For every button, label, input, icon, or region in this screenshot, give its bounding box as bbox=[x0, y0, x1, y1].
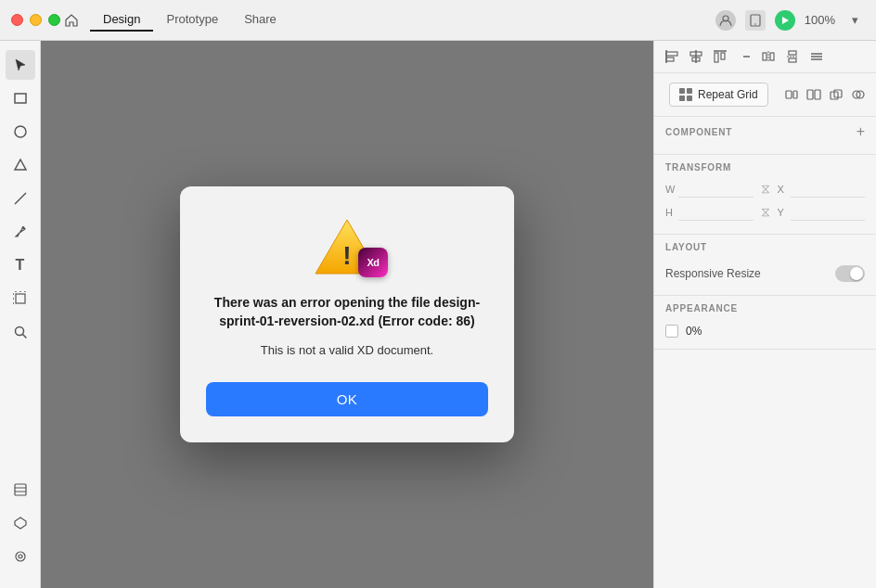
ungroup-icon[interactable] bbox=[804, 84, 824, 105]
svg-line-16 bbox=[22, 335, 26, 339]
svg-rect-45 bbox=[793, 91, 797, 98]
appearance-section: APPEARANCE 0% bbox=[654, 296, 876, 350]
repeat-grid-button[interactable]: Repeat Grid bbox=[669, 83, 768, 107]
traffic-lights bbox=[11, 14, 60, 26]
svg-point-7 bbox=[21, 226, 24, 229]
tab-design[interactable]: Design bbox=[90, 8, 153, 32]
modal-title: There was an error opening the file desi… bbox=[206, 294, 488, 330]
svg-rect-4 bbox=[15, 94, 26, 103]
triangle-tool[interactable] bbox=[6, 150, 35, 180]
distribute-h-icon[interactable] bbox=[758, 46, 779, 67]
modal-icon: ! Xd bbox=[314, 216, 380, 277]
width-field: W bbox=[665, 180, 754, 198]
svg-rect-44 bbox=[786, 91, 792, 98]
modal-overlay: ! Xd There was an error opening the file… bbox=[41, 41, 653, 588]
transform-header: TRANSFORM bbox=[665, 162, 865, 173]
minimize-button[interactable] bbox=[30, 14, 42, 26]
opacity-value: 0% bbox=[686, 325, 702, 338]
error-dialog: ! Xd There was an error opening the file… bbox=[180, 186, 514, 442]
ellipse-tool[interactable] bbox=[6, 117, 35, 147]
maximize-button[interactable] bbox=[48, 14, 60, 26]
opacity-checkbox[interactable] bbox=[665, 325, 678, 338]
svg-point-2 bbox=[754, 23, 756, 25]
assets-icon[interactable] bbox=[6, 508, 35, 538]
appearance-header: APPEARANCE bbox=[665, 303, 865, 313]
play-button[interactable] bbox=[775, 10, 795, 31]
align-left-icon[interactable] bbox=[662, 46, 682, 67]
svg-rect-26 bbox=[666, 58, 674, 61]
transform-section: TRANSFORM W ⧖ X H ⧖ bbox=[654, 155, 876, 235]
component-header: COMPONENT + bbox=[665, 124, 865, 139]
svg-rect-38 bbox=[789, 51, 796, 55]
y-field: Y bbox=[778, 203, 866, 221]
svg-rect-35 bbox=[763, 53, 766, 60]
svg-point-5 bbox=[15, 126, 26, 137]
responsive-resize-label: Responsive Resize bbox=[665, 267, 761, 280]
y-label: Y bbox=[778, 207, 787, 218]
group-icon[interactable] bbox=[781, 84, 802, 105]
layout-header: LAYOUT bbox=[665, 242, 865, 252]
svg-rect-39 bbox=[789, 58, 796, 62]
component-section: COMPONENT + bbox=[654, 117, 876, 155]
align-icons-row bbox=[654, 41, 876, 73]
svg-rect-25 bbox=[666, 52, 677, 56]
title-bar-right: 100% ▾ bbox=[715, 10, 865, 31]
select-tool[interactable] bbox=[6, 50, 35, 80]
right-panel: Repeat Grid bbox=[653, 41, 876, 588]
ok-button[interactable]: OK bbox=[206, 382, 488, 416]
rectangle-tool[interactable] bbox=[6, 83, 35, 113]
svg-text:!: ! bbox=[342, 241, 351, 270]
boolean-icon[interactable] bbox=[848, 84, 869, 105]
modal-message: This is not a valid XD document. bbox=[261, 341, 433, 360]
tab-share[interactable]: Share bbox=[231, 8, 290, 32]
height-label: H bbox=[665, 207, 675, 218]
distribute-v-icon[interactable] bbox=[782, 46, 803, 67]
y-input[interactable] bbox=[791, 203, 866, 221]
svg-marker-20 bbox=[15, 518, 26, 529]
user-avatar[interactable] bbox=[715, 10, 736, 31]
transform-title: TRANSFORM bbox=[665, 162, 731, 173]
zoom-dropdown-icon[interactable]: ▾ bbox=[844, 10, 865, 31]
height-input[interactable] bbox=[678, 203, 754, 221]
toolbar-bottom bbox=[6, 475, 35, 571]
plugins-icon[interactable] bbox=[6, 542, 35, 571]
title-bar: Design Prototype Share 100% ▾ bbox=[0, 0, 876, 41]
pen-tool[interactable] bbox=[6, 217, 35, 247]
more-align-icon[interactable] bbox=[806, 46, 827, 67]
zoom-label[interactable]: 100% bbox=[805, 13, 835, 27]
svg-rect-8 bbox=[16, 294, 25, 303]
home-icon[interactable] bbox=[60, 9, 83, 32]
component-title: COMPONENT bbox=[665, 127, 732, 137]
close-button[interactable] bbox=[11, 14, 23, 26]
component-add-button[interactable]: + bbox=[857, 124, 865, 139]
width-input[interactable] bbox=[678, 180, 753, 198]
x-input[interactable] bbox=[791, 180, 866, 198]
transform-row-2: H ⧖ Y bbox=[665, 203, 865, 221]
responsive-resize-toggle[interactable] bbox=[835, 265, 865, 282]
text-tool[interactable]: T bbox=[6, 250, 35, 280]
chain-icon-1: ⧖ bbox=[761, 180, 770, 198]
align-right-icon[interactable] bbox=[734, 46, 754, 67]
zoom-tool[interactable] bbox=[6, 317, 35, 347]
chain-icon-2: ⧖ bbox=[761, 203, 770, 221]
svg-rect-17 bbox=[15, 484, 26, 495]
artboard-tool[interactable] bbox=[6, 284, 35, 313]
align-center-h-icon[interactable] bbox=[686, 46, 706, 67]
repeat-grid-label: Repeat Grid bbox=[698, 88, 758, 101]
svg-marker-3 bbox=[782, 17, 789, 24]
layers-icon[interactable] bbox=[6, 475, 35, 505]
xd-badge: Xd bbox=[358, 248, 388, 277]
device-icon[interactable] bbox=[745, 10, 766, 31]
svg-rect-46 bbox=[807, 90, 813, 99]
x-field: X bbox=[778, 180, 866, 198]
align-top-icon[interactable] bbox=[710, 46, 730, 67]
height-field: H bbox=[665, 203, 754, 221]
left-toolbar: T bbox=[0, 41, 41, 588]
svg-rect-31 bbox=[715, 53, 718, 62]
mask-icon[interactable] bbox=[826, 84, 846, 105]
line-tool[interactable] bbox=[6, 184, 35, 213]
svg-point-22 bbox=[19, 555, 22, 558]
tab-prototype[interactable]: Prototype bbox=[153, 8, 231, 32]
width-label: W bbox=[665, 184, 675, 195]
toggle-knob bbox=[850, 267, 863, 280]
